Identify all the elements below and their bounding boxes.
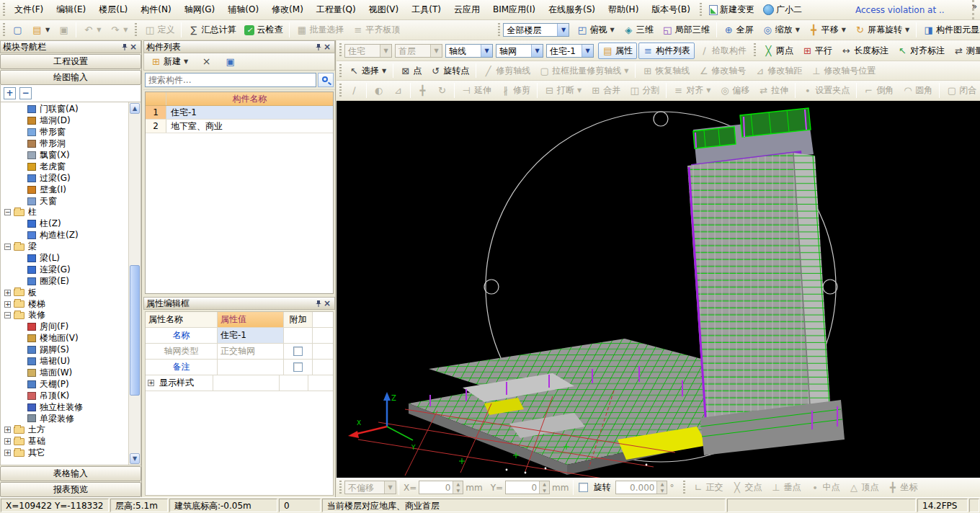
tree-item[interactable]: 天棚(P) (1, 378, 128, 390)
coordinate-snap-button[interactable]: ╋坐标 (883, 479, 922, 496)
copy-component-button[interactable]: ▣ (220, 54, 240, 69)
menu-item[interactable]: 构件(N) (134, 1, 177, 18)
new-file-button[interactable]: ▢ (8, 22, 27, 37)
tree-item[interactable]: 梁(L) (1, 253, 128, 264)
overflow-chevron-icon[interactable]: » (972, 1, 977, 12)
element-combo[interactable]: 住宅-1▼ (546, 44, 594, 58)
pick-element-button[interactable]: ∕拾取构件 (695, 43, 751, 59)
flush-slab-top-button[interactable]: ≡平齐板顶 (348, 22, 404, 38)
rotate-spinner-icons[interactable]: ▲▼ (656, 481, 667, 494)
full-screen-button[interactable]: ⊕全屏 (719, 22, 758, 38)
menu-item[interactable]: 工具(T) (405, 1, 447, 18)
tree-expander-icon[interactable]: + (4, 438, 11, 445)
intersection-snap-button[interactable]: ╳交点 (727, 479, 766, 496)
tree-item[interactable]: 单梁装修 (1, 413, 128, 424)
define-button[interactable]: ◫定义 (140, 22, 179, 38)
new-change-button[interactable]: 新建变更 (705, 1, 759, 18)
close-icon[interactable]: × (322, 298, 332, 308)
redo-button[interactable]: ↷▼ (105, 22, 132, 37)
screen-rotate-button[interactable]: ↻屏幕旋转▼ (850, 22, 914, 38)
remark-checkbox[interactable] (293, 362, 303, 372)
modify-axis-position-button[interactable]: ⊥修改轴号位置 (806, 63, 880, 79)
delete-component-button[interactable]: × (197, 54, 216, 69)
restore-axis-button[interactable]: ⊞恢复轴线 (638, 63, 694, 79)
offset-button[interactable]: ◎偏移 (715, 82, 754, 99)
report-preview-button[interactable]: 报表预览 (0, 482, 141, 497)
grid-type-checkbox[interactable] (293, 347, 303, 356)
tree-scrollbar[interactable]: ▲ ▼ (128, 102, 141, 465)
tree-item[interactable]: 柱(Z) (1, 218, 128, 230)
y-spinner-icons[interactable]: ▲▼ (539, 481, 549, 494)
split-button[interactable]: ◫分割 (625, 82, 664, 99)
tree-expander-icon[interactable]: + (4, 450, 11, 456)
pan-button[interactable]: ╋平移▼ (804, 22, 850, 38)
brush-button[interactable]: ∕ (344, 83, 364, 98)
tree-item[interactable]: 墙洞(D) (1, 115, 128, 127)
tree-expander-icon[interactable]: + (4, 301, 11, 308)
zoom-button[interactable]: ◎缩放▼ (758, 22, 804, 38)
tree-item[interactable]: 壁龛(I) (1, 184, 128, 195)
menu-item[interactable]: 工程量(Q) (310, 1, 362, 18)
menu-item[interactable]: 云应用 (447, 1, 486, 18)
align-button[interactable]: ≡对齐▼ (669, 82, 715, 99)
search-input[interactable] (145, 73, 316, 87)
tree-item[interactable]: 墙面(W) (1, 367, 128, 378)
property-row-grid-type[interactable]: 轴网类型 正交轴网 (146, 344, 333, 360)
tree-item[interactable]: 房间(F) (1, 321, 128, 333)
top-view-button[interactable]: ◰俯视▼ (572, 22, 618, 38)
tree-item[interactable]: 构造柱(Z) (1, 230, 128, 241)
close-icon[interactable]: × (128, 42, 138, 52)
scroll-down-icon[interactable]: ▼ (130, 453, 140, 464)
tree-item[interactable]: − 梁 (1, 241, 128, 253)
tree-expander-icon[interactable]: + (4, 290, 11, 296)
rotate-input[interactable]: ▲▼ (615, 481, 667, 494)
menu-item[interactable]: 辅轴(O) (221, 1, 265, 18)
tree-item[interactable]: − 柱 (1, 207, 128, 218)
pin-icon[interactable] (315, 43, 322, 50)
component-row[interactable]: 2 地下室、商业 (146, 120, 333, 133)
alert-message[interactable]: Access violation at .. (855, 5, 945, 15)
tree-item[interactable]: + 板 (1, 287, 128, 298)
tree-item[interactable]: + 楼梯 (1, 298, 128, 310)
draw-input-button[interactable]: 绘图输入 (0, 70, 141, 85)
partial-3d-button[interactable]: ◱局部三维 (658, 22, 714, 38)
offset-combo[interactable]: 不偏移▼ (344, 481, 396, 494)
tree-item[interactable]: 连梁(G) (1, 264, 128, 275)
property-row-name[interactable]: 名称 住宅-1 (146, 328, 333, 344)
menu-item[interactable]: BIM应用(I) (486, 1, 542, 18)
tree-item[interactable]: 天窗 (1, 195, 128, 207)
select-button[interactable]: ↖选择▼ (344, 63, 391, 79)
tree-item[interactable]: 踢脚(S) (1, 344, 128, 356)
element-display-settings-button[interactable]: ◨构件图元显示设置 (919, 22, 980, 38)
tree-item[interactable]: 吊顶(K) (1, 390, 128, 401)
midpoint-snap-button[interactable]: ∙中点 (805, 479, 844, 496)
component-row[interactable]: 1 住宅-1 (146, 106, 333, 120)
menu-item[interactable]: 视图(V) (362, 1, 406, 18)
x-spinner-icons[interactable]: ▲▼ (453, 481, 463, 494)
tree-item[interactable]: 独立柱装修 (1, 401, 128, 413)
project-combo[interactable]: 住宅▼ (344, 44, 392, 58)
tree-item[interactable]: 带形洞 (1, 138, 128, 150)
tree-item[interactable]: + 基础 (1, 436, 128, 447)
x-input[interactable]: ▲▼ (419, 481, 463, 494)
tree-item[interactable]: 飘窗(X) (1, 150, 128, 161)
search-button[interactable] (318, 73, 334, 87)
menu-item[interactable]: 楼层(L) (92, 1, 134, 18)
tree-expander-icon[interactable]: − (4, 244, 11, 250)
trim-button[interactable]: ∦修剪 (496, 82, 535, 99)
align-dimension-button[interactable]: ↖对齐标注 (893, 43, 949, 59)
measure-distance-button[interactable]: ⇄测量距离 (949, 43, 980, 59)
tree-item[interactable]: 楼地面(V) (1, 333, 128, 344)
close-icon[interactable]: × (322, 42, 332, 52)
property-row-display-style[interactable]: + 显示样式 (146, 375, 333, 391)
trim-axis-button[interactable]: ╱修剪轴线 (478, 63, 535, 79)
tree-item[interactable]: 圈梁(E) (1, 275, 128, 287)
merge-button[interactable]: ⊞合并 (586, 82, 625, 99)
chamfer-button[interactable]: ⌐倒角 (859, 82, 898, 99)
mirror-button[interactable]: ◐ (369, 83, 388, 98)
menu-item[interactable]: 编辑(E) (50, 1, 92, 18)
tree-item[interactable]: + 土方 (1, 424, 128, 436)
parallel-button[interactable]: ⊞平行 (798, 43, 837, 59)
rotate-point-button[interactable]: ↺旋转点 (426, 63, 473, 79)
batch-select-button[interactable]: ▦批量选择 (292, 22, 348, 38)
